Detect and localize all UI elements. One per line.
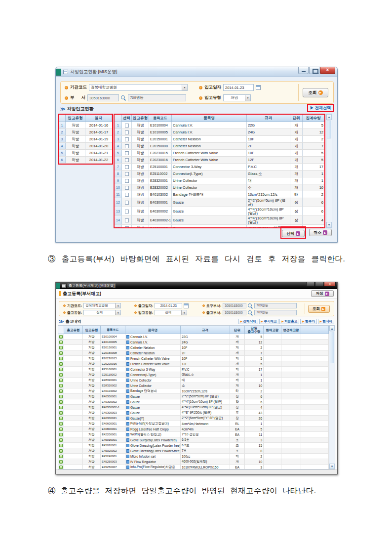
save-button[interactable]: 저장 ▶ — [311, 290, 334, 297]
table-row[interactable]: 1처방E10100004Cannula I.V.22G개5 — [115, 122, 324, 129]
chevron-down-icon[interactable]: ▼ — [115, 303, 120, 308]
row-action-icon[interactable] — [59, 335, 63, 339]
column-header[interactable]: 현재고량 — [264, 326, 281, 334]
checkbox[interactable] — [125, 137, 129, 141]
table-row[interactable]: 5처방2014-01-21 — [59, 150, 112, 157]
maximize-button[interactable] — [315, 282, 323, 287]
row-action-icon[interactable] — [59, 341, 63, 344]
table-row[interactable]: 처방E40300001Gauze2"*2"(5cm*5cm) 8P (멸균)장6 — [58, 394, 329, 399]
dept-name-field[interactable]: 709병동 — [128, 94, 186, 101]
maximize-button[interactable] — [309, 67, 319, 74]
row-action-icon[interactable] — [59, 357, 63, 360]
column-header[interactable]: 입고유형 — [83, 326, 101, 334]
table-row[interactable]: 처방E45015001Glove Surgical(Latex Powdered… — [58, 437, 329, 443]
checkbox[interactable] — [125, 186, 129, 190]
row-action-icon[interactable] — [59, 460, 63, 464]
row-action-icon[interactable] — [59, 368, 63, 371]
scroll-down-icon[interactable]: ▼ — [329, 464, 335, 469]
row-action-icon[interactable] — [59, 411, 63, 415]
table-row[interactable]: 2처방2014-01-17 — [59, 129, 112, 136]
row-action-icon[interactable] — [59, 417, 63, 420]
column-header[interactable]: 품목코드 — [101, 326, 125, 334]
row-action-icon[interactable] — [59, 438, 63, 442]
row-action-icon[interactable] — [59, 384, 63, 387]
search-icon[interactable] — [248, 310, 253, 315]
table-row[interactable]: 처방E20150001Catheter Nelaton10F개2 — [58, 345, 329, 350]
column-header[interactable]: 당일 출고수량 — [245, 326, 264, 334]
column-header[interactable]: 품목명 — [172, 115, 247, 122]
delete-all-button[interactable]: ▶전체삭제 — [238, 319, 258, 324]
row-action-icon[interactable] — [59, 433, 63, 436]
table-row[interactable]: 11처방E40103002Bandage 탄력붕대10cm*215cm,12/s… — [115, 191, 324, 198]
checkbox[interactable] — [125, 218, 129, 222]
table-row[interactable]: 처방E45240001Micro Infusion set100cc개2 — [58, 454, 329, 459]
checkbox[interactable] — [125, 144, 129, 148]
minimize-button[interactable] — [298, 67, 309, 74]
row-action-icon[interactable] — [59, 427, 63, 431]
table-row[interactable]: 처방E28320002Urine Collector소개10 — [58, 383, 329, 388]
column-header[interactable]: 단위 — [230, 326, 245, 334]
table-row[interactable]: 처방E25100001Connector 3-WayP.V.C개17 — [58, 367, 329, 372]
table-row[interactable]: 처방E45020001Glove Dressing(Latex Powder-f… — [58, 443, 329, 448]
checkbox[interactable] — [125, 172, 129, 176]
table-row[interactable]: 처방E40103002Bandage 탄력붕대10cm*215cm,12/s타2 — [58, 388, 329, 394]
query-button[interactable]: 조회 ▶ — [308, 305, 330, 313]
table-row[interactable]: 처방E20150008Catheter Nelaton7F개7 — [58, 350, 329, 356]
table-row[interactable]: 처방E10100004Cannula I.V.22G개5 — [58, 334, 329, 340]
calendar-icon[interactable] — [256, 85, 261, 90]
dept-stock-button[interactable]: ▶부서재고 — [259, 319, 279, 324]
row-action-icon[interactable] — [59, 400, 63, 404]
column-header[interactable]: 품목코드 — [149, 115, 172, 122]
column-header[interactable]: 입고유형 — [132, 115, 149, 122]
incoming-type-select[interactable]: 처방 ▼ — [223, 94, 251, 101]
table-row[interactable]: 1처방2014-01-16 — [59, 122, 112, 129]
select-all-link[interactable]: ▶ 전체선택 — [310, 105, 331, 111]
row-action-icon[interactable] — [59, 444, 63, 447]
org-code-select[interactable]: 경북대학교병원 ▼ — [89, 84, 188, 91]
column-header[interactable]: 규격 — [247, 115, 290, 122]
scrollbar-thumb[interactable] — [327, 121, 331, 138]
row-action-icon[interactable] — [59, 449, 63, 453]
row-action-icon[interactable] — [59, 395, 63, 398]
vertical-scrollbar[interactable]: ▲ ▼ — [326, 114, 332, 228]
table-row[interactable]: 처방E45250007Infu-Pro(Flow Regulator)차광용10… — [58, 465, 329, 469]
dept-code-field[interactable]: 3050163000 — [87, 94, 119, 101]
table-row[interactable]: 10처방E28320002Urine Collector소개10 — [115, 184, 324, 191]
table-row[interactable]: 처방E45020002Glove Dressing(Latex Powder-f… — [58, 448, 329, 454]
checkbox[interactable] — [125, 210, 129, 213]
table-row[interactable]: 9처방E28320001Urine Collector대개1 — [115, 177, 324, 184]
column-header[interactable]: 집계수량 — [303, 115, 324, 122]
chevron-down-icon[interactable]: ▼ — [182, 85, 187, 90]
row-action-icon[interactable] — [59, 422, 63, 426]
scroll-up-icon[interactable]: ▲ — [329, 326, 335, 331]
row-action-icon[interactable] — [59, 351, 63, 355]
table-row[interactable]: 처방E28320001Urine Collector대개1 — [58, 378, 329, 383]
search-icon[interactable] — [248, 303, 253, 308]
column-header[interactable]: 변경재고량 — [281, 326, 301, 334]
scrollbar-thumb[interactable] — [330, 332, 334, 363]
vertical-scrollbar[interactable]: ▲ ▼ — [329, 326, 335, 469]
table-row[interactable]: 6처방2014-01-22 — [59, 157, 112, 164]
out-dept-name-field[interactable]: 709병동 — [254, 310, 297, 315]
checkbox[interactable] — [125, 226, 129, 229]
column-header[interactable]: 단위 — [290, 115, 303, 122]
org-code-select[interactable]: 경북대학교병원 ▼ — [83, 303, 121, 308]
table-row[interactable]: 2처방E10100005Cannula I.V.24G개12 — [115, 129, 324, 136]
checkbox[interactable] — [125, 158, 129, 162]
query-button[interactable]: 조회 ▶ — [303, 88, 328, 97]
row-action-icon[interactable] — [59, 346, 63, 349]
row-action-icon[interactable] — [59, 466, 63, 469]
scroll-up-icon[interactable]: ▲ — [326, 114, 332, 120]
table-row[interactable]: 처방E10100005Cannula I.V.24G개12 — [58, 340, 329, 345]
table-row[interactable]: 3처방2014-01-19 — [59, 136, 112, 143]
table-row[interactable]: 처방E20230016French Catheter With Valve12F… — [58, 361, 329, 367]
table-row[interactable]: 처방E40300003Gauze4"*8" 9P,250/s (멸균)포43 — [58, 410, 329, 416]
titlebar[interactable]: 처방입고현황 [MIS운영] — [56, 67, 337, 77]
prescription-out-button[interactable]: ▶처방출고 — [279, 319, 299, 324]
checkbox[interactable] — [125, 201, 129, 205]
table-row[interactable]: 처방E40800001Rogg Latexfree Haft Crepp4cm*… — [58, 427, 329, 432]
column-header[interactable]: 일자 — [85, 115, 112, 122]
checkbox[interactable] — [125, 165, 129, 169]
req-dept-code-field[interactable]: 3050163000 — [223, 303, 246, 308]
search-icon[interactable] — [121, 95, 126, 100]
